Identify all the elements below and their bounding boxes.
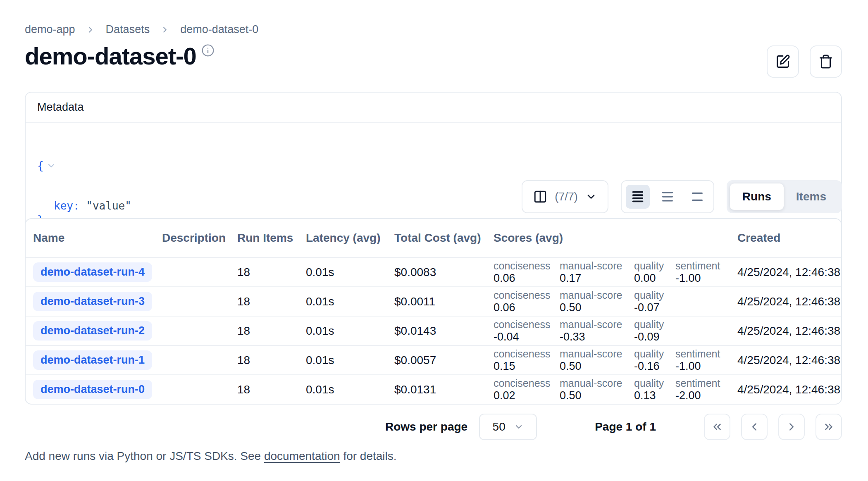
- run-name-link[interactable]: demo-dataset-run-2: [33, 321, 152, 341]
- previous-page-button[interactable]: [741, 414, 768, 440]
- score-label: conciseness: [494, 348, 560, 360]
- cell-scores: conciseness0.15manual-score0.50quality-0…: [494, 348, 737, 373]
- rows-per-page-value: 50: [493, 420, 506, 433]
- info-icon[interactable]: [201, 44, 215, 57]
- metadata-panel-title: Metadata: [26, 93, 841, 123]
- json-open-brace: {: [37, 159, 44, 173]
- table-row: demo-dataset-run-3 18 0.01s $0.0011 conc…: [26, 286, 842, 316]
- score-quality: quality-0.16: [634, 348, 675, 373]
- row-height-large-button[interactable]: [685, 185, 709, 209]
- cell-created: 4/25/2024, 12:46:38 PM: [737, 354, 842, 367]
- score-label: quality: [634, 348, 675, 360]
- score-label: conciseness: [494, 319, 560, 331]
- score-value: 0.06: [494, 272, 560, 285]
- first-page-button[interactable]: [704, 414, 730, 440]
- score-quality: quality0.00: [634, 260, 675, 285]
- table-row: demo-dataset-run-0 18 0.01s $0.0131 conc…: [26, 374, 842, 404]
- cell-run-items: 18: [237, 266, 306, 279]
- chevrons-right-icon: [823, 421, 835, 433]
- page-title: demo-dataset-0: [25, 43, 196, 69]
- column-header-name: Name: [26, 231, 162, 245]
- score-label: sentiment: [675, 260, 737, 272]
- cell-created: 4/25/2024, 12:46:38 PM: [737, 324, 842, 338]
- runs-table: Name Description Run Items Latency (avg)…: [25, 218, 842, 405]
- breadcrumb-item-project[interactable]: demo-app: [25, 23, 75, 36]
- sdk-hint-text-after: for details.: [340, 450, 397, 462]
- run-name-link[interactable]: demo-dataset-run-3: [33, 292, 152, 311]
- row-height-small-button[interactable]: [626, 185, 650, 209]
- table-toolbar: (7/7) Runs Ite: [522, 180, 842, 213]
- cell-latency: 0.01s: [306, 383, 394, 396]
- score-quality: quality-0.09: [634, 319, 675, 343]
- score-quality: quality-0.07: [634, 289, 675, 314]
- cell-total-cost: $0.0131: [394, 383, 494, 396]
- column-header-description: Description: [162, 231, 237, 245]
- score-value: 0.15: [494, 360, 560, 373]
- sdk-hint-text-before: Add new runs via Python or JS/TS SDKs. S…: [25, 450, 264, 462]
- score-sentiment: sentiment-1.00: [675, 348, 737, 373]
- table-header-row: Name Description Run Items Latency (avg)…: [26, 219, 842, 257]
- page-indicator: Page 1 of 1: [595, 420, 656, 433]
- score-label: manual-score: [560, 319, 634, 331]
- cell-run-items: 18: [237, 295, 306, 308]
- cell-latency: 0.01s: [306, 324, 394, 338]
- last-page-button[interactable]: [816, 414, 842, 440]
- row-height-medium-icon: [661, 190, 675, 204]
- score-value: 0.50: [560, 389, 634, 402]
- column-header-latency: Latency (avg): [306, 231, 394, 245]
- score-manual-score: manual-score0.50: [560, 377, 634, 402]
- score-value: -0.16: [634, 360, 675, 373]
- documentation-link[interactable]: documentation: [264, 450, 340, 462]
- column-visibility-button[interactable]: (7/7): [522, 180, 608, 213]
- score-manual-score: manual-score0.17: [560, 260, 634, 285]
- score-label: manual-score: [560, 348, 634, 360]
- breadcrumb-item-current-dataset[interactable]: demo-dataset-0: [180, 23, 258, 36]
- score-conciseness: conciseness-0.04: [494, 319, 560, 343]
- score-conciseness: conciseness0.06: [494, 260, 560, 285]
- edit-icon: [775, 54, 790, 69]
- score-manual-score: manual-score0.50: [560, 289, 634, 314]
- json-colon: :: [73, 199, 80, 213]
- column-header-scores: Scores (avg): [494, 231, 737, 245]
- score-manual-score: manual-score0.50: [560, 348, 634, 373]
- cell-scores: conciseness0.06manual-score0.17quality0.…: [494, 260, 737, 285]
- score-label: quality: [634, 319, 675, 331]
- columns-icon: [533, 190, 547, 204]
- score-value: -0.04: [494, 331, 560, 343]
- table-row: demo-dataset-run-4 18 0.01s $0.0083 conc…: [26, 257, 842, 286]
- cell-total-cost: $0.0083: [394, 266, 494, 279]
- score-conciseness: conciseness0.02: [494, 377, 560, 402]
- next-page-button[interactable]: [778, 414, 805, 440]
- score-label: sentiment: [675, 348, 737, 360]
- run-name-link[interactable]: demo-dataset-run-4: [33, 262, 152, 282]
- run-name-link[interactable]: demo-dataset-run-0: [33, 380, 152, 399]
- row-height-medium-button[interactable]: [656, 185, 680, 209]
- run-name-link[interactable]: demo-dataset-run-1: [33, 350, 152, 370]
- rows-per-page-label: Rows per page: [385, 420, 467, 433]
- tab-runs[interactable]: Runs: [730, 183, 784, 210]
- view-tabs: Runs Items: [727, 180, 842, 213]
- breadcrumb-item-datasets[interactable]: Datasets: [106, 23, 150, 36]
- cell-created: 4/25/2024, 12:46:38 PM: [737, 295, 842, 308]
- delete-dataset-button[interactable]: [810, 45, 842, 78]
- score-manual-score: manual-score-0.33: [560, 319, 634, 343]
- cell-created: 4/25/2024, 12:46:38 PM: [737, 266, 842, 279]
- cell-total-cost: $0.0057: [394, 354, 494, 367]
- collapse-chevron-icon[interactable]: [46, 133, 111, 199]
- rows-per-page-select[interactable]: 50: [479, 414, 537, 440]
- chevron-right-icon: [160, 25, 169, 34]
- chevron-right-icon: [785, 421, 798, 433]
- cell-created: 4/25/2024, 12:46:38 PM: [737, 383, 842, 396]
- score-conciseness: conciseness0.06: [494, 289, 560, 314]
- tab-items[interactable]: Items: [784, 183, 839, 210]
- score-sentiment: sentiment-2.00: [675, 377, 737, 402]
- chevron-left-icon: [748, 421, 761, 433]
- column-count-label: (7/7): [555, 190, 578, 203]
- edit-dataset-button[interactable]: [767, 45, 799, 78]
- score-label: conciseness: [494, 260, 560, 272]
- score-value: -0.33: [560, 331, 634, 343]
- score-value: 0.06: [494, 301, 560, 314]
- score-value: -0.09: [634, 331, 675, 343]
- breadcrumb: demo-app Datasets demo-dataset-0: [25, 23, 258, 36]
- score-label: quality: [634, 260, 675, 272]
